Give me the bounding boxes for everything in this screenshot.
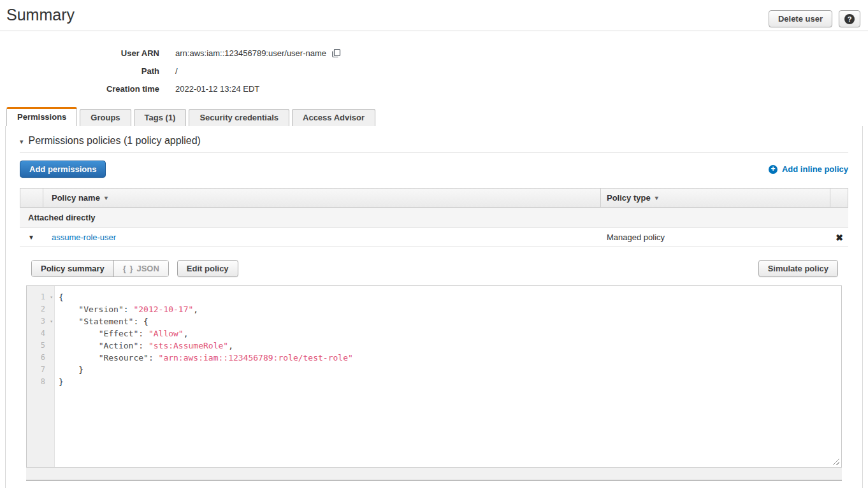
policy-detail-expanded: Policy summary { } JSON Edit policy Simu… [20,247,848,481]
policy-view-segmented-control: Policy summary { } JSON [31,260,169,277]
line-number: 2 [27,303,54,315]
line-number: 4 [27,327,54,340]
tab-bar: Permissions Groups Tags (1) Security cre… [0,107,868,126]
header-end-cell [830,189,848,207]
user-details: User ARN arn:aws:iam::123456789:user/use… [0,31,868,97]
editor-footer-strip [26,468,842,481]
header-spacer-cell [20,189,43,207]
policy-actions-row: Add permissions + Add inline policy [6,153,862,188]
code-line: { [59,291,841,303]
policy-name-link[interactable]: assume-role-user [52,233,116,242]
code-line: "Action": "sts:AssumeRole", [59,340,841,352]
policy-summary-button[interactable]: Policy summary [32,261,113,276]
tab-security-credentials[interactable]: Security credentials [189,109,289,126]
policy-type-cell: Managed policy [601,233,830,242]
code-line: "Statement": { [59,315,841,327]
add-inline-policy-label: Add inline policy [782,164,848,174]
detail-label: Path [0,66,159,76]
detach-policy-icon[interactable]: ✖ [830,233,848,243]
policy-name-cell: assume-role-user [43,233,601,242]
detail-row-creation-time: Creation time 2022-01-12 13:24 EDT [0,80,868,97]
policy-json-editor: 1▾23▾45678 { "Version": "2012-10-17", "S… [26,285,842,468]
column-header-policy-name[interactable]: Policy name ▾ [43,189,600,207]
simulate-policy-button[interactable]: Simulate policy [758,260,838,277]
line-number: 5 [27,340,54,352]
detail-label: Creation time [0,84,159,94]
json-view-button[interactable]: { } JSON [113,261,168,276]
column-header-policy-type[interactable]: Policy type ▾ [600,189,830,207]
tab-groups[interactable]: Groups [80,109,131,126]
code-line: "Version": "2012-10-17", [59,303,841,315]
detail-row-path: Path / [0,62,868,80]
collapse-caret-icon: ▾ [20,138,24,145]
edit-policy-button[interactable]: Edit policy [177,260,238,277]
line-number: 8 [27,376,54,388]
help-button[interactable]: ? [839,10,860,27]
copy-icon[interactable] [331,48,341,58]
row-expand-caret[interactable]: ▼ [20,234,43,241]
policy-view-buttons: Policy summary { } JSON Edit policy Simu… [31,260,842,277]
permissions-policies-header[interactable]: ▾Permissions policies (1 policy applied) [6,126,862,152]
permissions-policies-heading: Permissions policies (1 policy applied) [29,135,201,146]
tab-permissions[interactable]: Permissions [6,107,77,126]
detail-label: User ARN [0,48,159,58]
permissions-tab-panel: ▾Permissions policies (1 policy applied)… [5,126,863,488]
page-header: Summary Delete user ? [0,0,868,31]
group-row-attached-directly: Attached directly [20,208,848,228]
creation-time-value: 2022-01-12 13:24 EDT [175,84,259,94]
user-arn-value: arn:aws:iam::123456789:user/user-name [175,48,326,58]
tab-access-advisor[interactable]: Access Advisor [292,109,375,126]
detail-value: arn:aws:iam::123456789:user/user-name [175,48,341,58]
policy-type-header-label: Policy type [607,193,651,203]
add-permissions-button[interactable]: Add permissions [20,161,106,178]
sort-caret-icon: ▾ [655,194,658,201]
detail-row-user-arn: User ARN arn:aws:iam::123456789:user/use… [0,44,868,62]
editor-code[interactable]: { "Version": "2012-10-17", "Statement": … [55,286,841,467]
page-title: Summary [6,5,75,24]
policy-name-header-label: Policy name [52,193,100,203]
line-number: 7 [27,364,54,376]
braces-icon: { } [123,264,134,273]
policy-table-header: Policy name ▾ Policy type ▾ [20,188,848,208]
path-value: / [175,66,178,76]
line-number: 6 [27,352,54,364]
fold-caret-icon[interactable]: ▾ [50,291,53,303]
code-line: } [59,364,841,376]
policy-row: ▼ assume-role-user Managed policy ✖ [20,228,848,247]
code-line: } [59,376,841,388]
add-inline-policy-link[interactable]: + Add inline policy [769,164,848,174]
code-line: "Effect": "Allow", [59,327,841,340]
question-mark-icon: ? [844,14,855,24]
line-number: 1▾ [27,291,54,303]
fold-caret-icon[interactable]: ▾ [50,315,53,327]
editor-gutter: 1▾23▾45678 [27,286,55,467]
header-actions: Delete user ? [769,10,860,27]
json-button-label: JSON [136,264,159,273]
sort-caret-icon: ▾ [105,194,108,201]
plus-circle-icon: + [769,165,778,174]
code-line: "Resource": "arn:aws:iam::123456789:role… [59,352,841,364]
delete-user-button[interactable]: Delete user [769,10,832,27]
line-number: 3▾ [27,315,54,327]
tab-tags[interactable]: Tags (1) [134,109,187,126]
policy-table: Policy name ▾ Policy type ▾ Attached dir… [20,188,848,481]
